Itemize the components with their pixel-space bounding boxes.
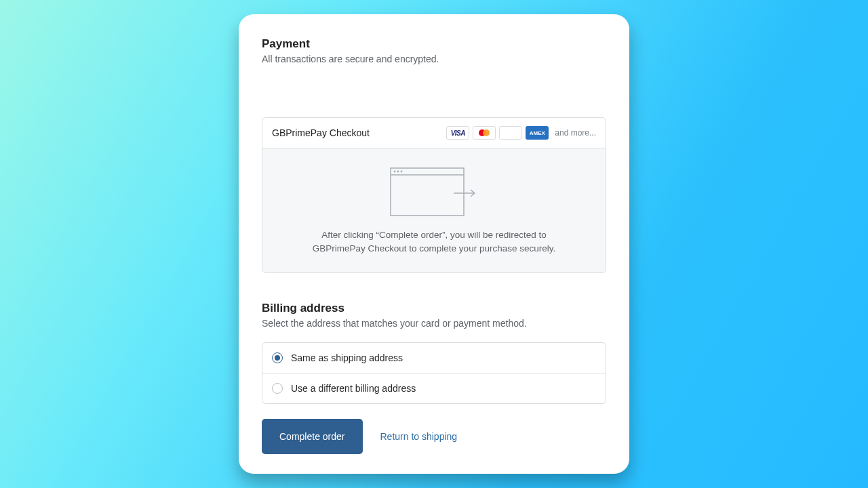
billing-option-different[interactable]: Use a different billing address: [262, 373, 606, 403]
payment-card-icons: VISA AMEX and more...: [446, 126, 596, 140]
payment-title: Payment: [262, 37, 606, 51]
visa-icon: VISA: [446, 126, 469, 140]
billing-radio-group: Same as shipping address Use a different…: [262, 342, 606, 404]
svg-point-2: [394, 171, 396, 173]
payment-subtitle: All transactions are secure and encrypte…: [262, 54, 606, 64]
mastercard-icon: [473, 126, 496, 140]
payment-section-header: Payment All transactions are secure and …: [262, 37, 606, 64]
redirect-window-icon: [390, 167, 478, 216]
redirect-text: After clicking “Complete order”, you wil…: [312, 228, 556, 255]
payment-method-body: After clicking “Complete order”, you wil…: [262, 148, 606, 272]
svg-point-3: [397, 171, 399, 173]
payment-method-box: GBPrimePay Checkout VISA AMEX and more..…: [262, 117, 606, 273]
return-to-shipping-link[interactable]: Return to shipping: [380, 431, 458, 442]
complete-order-button[interactable]: Complete order: [262, 419, 363, 454]
radio-icon: [272, 352, 283, 363]
billing-title: Billing address: [262, 302, 606, 315]
billing-option-label: Same as shipping address: [291, 352, 403, 363]
billing-option-same[interactable]: Same as shipping address: [262, 343, 606, 373]
svg-point-4: [401, 171, 403, 173]
and-more-label: and more...: [555, 128, 596, 138]
radio-icon: [272, 383, 283, 394]
jcb-icon: [499, 126, 522, 140]
payment-method-name: GBPrimePay Checkout: [272, 127, 446, 138]
billing-subtitle: Select the address that matches your car…: [262, 318, 606, 329]
billing-section: Billing address Select the address that …: [262, 302, 606, 404]
billing-option-label: Use a different billing address: [291, 383, 416, 394]
payment-card: Payment All transactions are secure and …: [239, 14, 629, 474]
amex-icon: AMEX: [526, 126, 549, 140]
actions-row: Complete order Return to shipping: [262, 419, 606, 454]
payment-method-header[interactable]: GBPrimePay Checkout VISA AMEX and more..…: [262, 118, 606, 148]
